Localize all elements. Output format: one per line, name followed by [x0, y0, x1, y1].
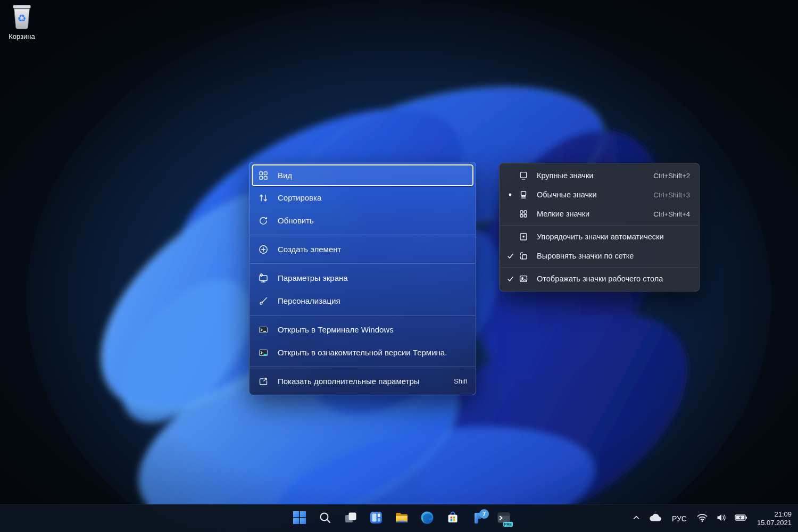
display-settings-icon — [258, 273, 269, 284]
sort-icon — [258, 193, 269, 203]
recycle-bin-desktop-icon[interactable]: ♻ Корзина — [4, 3, 39, 40]
task-view-icon — [344, 511, 358, 527]
microsoft-store-icon — [446, 511, 460, 527]
speaker-icon — [716, 513, 727, 525]
widgets-button[interactable] — [365, 508, 387, 529]
desktop-context-menu: Вид Сортировка Обновить Создать элемент … — [249, 162, 476, 395]
menu-item-label: Сортировка — [278, 193, 321, 202]
submenu-item-auto-arrange[interactable]: Упорядочить значки автоматически — [500, 227, 699, 246]
battery-button[interactable] — [733, 509, 749, 528]
submenu-item-label: Отображать значки рабочего стола — [537, 275, 663, 283]
submenu-item-medium-icons[interactable]: Обычные значки Ctrl+Shift+3 — [500, 185, 699, 204]
radio-indicator — [505, 193, 516, 197]
tray-time: 21:09 — [757, 510, 792, 519]
menu-item-open-terminal[interactable]: Открыть в Терминале Windows — [252, 318, 473, 341]
new-item-icon — [258, 244, 269, 255]
menu-item-new[interactable]: Создать элемент — [252, 238, 473, 261]
file-explorer-button[interactable] — [391, 508, 412, 529]
microsoft-store-button[interactable] — [442, 508, 463, 529]
menu-item-refresh[interactable]: Обновить — [252, 209, 473, 232]
app-with-badge-button[interactable]: 7 — [468, 508, 489, 529]
align-to-grid-icon — [518, 251, 529, 261]
volume-button[interactable] — [714, 509, 728, 528]
svg-text:♻: ♻ — [17, 12, 26, 24]
menu-separator — [250, 235, 475, 235]
taskbar: 7 PRE РУС — [0, 504, 798, 532]
windows-logo-icon — [293, 511, 306, 527]
submenu-item-shortcut: Ctrl+Shift+3 — [653, 191, 690, 199]
start-button[interactable] — [289, 508, 310, 529]
menu-item-view[interactable]: Вид — [252, 164, 473, 186]
menu-item-personalization[interactable]: Персонализация — [252, 289, 473, 312]
view-grid-icon — [258, 170, 269, 181]
search-button[interactable] — [314, 508, 336, 529]
language-indicator[interactable]: РУС — [669, 509, 690, 528]
terminal-preview-button[interactable]: PRE — [493, 508, 514, 529]
terminal-preview-icon — [258, 347, 269, 358]
search-icon — [319, 511, 331, 526]
show-desktop-icons-icon — [518, 273, 529, 284]
menu-item-shortcut: Shift+F10 — [454, 377, 467, 385]
terminal-icon — [258, 325, 269, 335]
check-icon — [505, 253, 516, 260]
menu-item-label: Создать элемент — [278, 245, 341, 254]
submenu-item-large-icons[interactable]: Крупные значки Ctrl+Shift+2 — [500, 166, 699, 185]
auto-arrange-icon — [518, 231, 529, 242]
cloud-icon — [649, 513, 662, 525]
onedrive-button[interactable] — [647, 509, 664, 528]
file-explorer-icon — [394, 510, 409, 527]
personalization-icon — [258, 296, 269, 306]
battery-charging-icon — [735, 513, 747, 524]
recycle-bin-icon: ♻ — [10, 22, 34, 31]
large-icons-icon — [518, 170, 529, 181]
menu-item-label: Обновить — [278, 216, 314, 225]
notification-badge: 7 — [479, 509, 489, 519]
menu-separator — [250, 263, 475, 264]
small-icons-icon — [518, 209, 529, 219]
wifi-button[interactable] — [695, 509, 710, 528]
system-tray: РУС 21:09 15.07.2021 — [630, 505, 798, 532]
submenu-item-label: Упорядочить значки автоматически — [537, 232, 664, 241]
menu-item-display-settings[interactable]: Параметры экрана — [252, 267, 473, 289]
edge-button[interactable] — [417, 508, 438, 529]
tray-chevron-button[interactable] — [630, 509, 642, 528]
submenu-item-show-desktop-icons[interactable]: Отображать значки рабочего стола — [500, 269, 699, 288]
clock[interactable]: 21:09 15.07.2021 — [754, 510, 792, 527]
task-view-button[interactable] — [340, 508, 361, 529]
menu-item-label: Персонализация — [278, 296, 340, 305]
check-icon — [505, 276, 516, 282]
menu-item-show-more-options[interactable]: Показать дополнительные параметры Shift+… — [252, 370, 473, 393]
menu-item-label: Показать дополнительные параметры — [278, 377, 420, 386]
chevron-up-icon — [632, 513, 641, 524]
refresh-icon — [258, 215, 269, 226]
edge-icon — [420, 511, 434, 527]
widgets-icon — [369, 511, 383, 527]
wifi-icon — [696, 513, 708, 525]
recycle-bin-label: Корзина — [4, 32, 39, 40]
submenu-separator — [500, 267, 699, 268]
menu-item-label: Открыть в Терминале Windows — [278, 325, 394, 334]
preview-tag: PRE — [503, 522, 513, 527]
submenu-item-label: Крупные значки — [537, 171, 593, 180]
submenu-separator — [500, 225, 699, 226]
menu-item-sort[interactable]: Сортировка — [252, 186, 473, 209]
submenu-item-align-to-grid[interactable]: Выровнять значки по сетке — [500, 246, 699, 265]
menu-separator — [250, 367, 475, 367]
menu-item-label: Параметры экрана — [278, 273, 348, 282]
menu-item-label: Открыть в ознакомительной версии Термина… — [278, 348, 447, 357]
submenu-item-shortcut: Ctrl+Shift+4 — [653, 210, 690, 218]
tray-date: 15.07.2021 — [757, 519, 792, 527]
menu-item-label: Вид — [278, 171, 292, 180]
show-more-options-icon — [258, 376, 269, 387]
submenu-item-small-icons[interactable]: Мелкие значки Ctrl+Shift+4 — [500, 204, 699, 223]
submenu-item-label: Мелкие значки — [537, 210, 589, 218]
menu-item-open-terminal-preview[interactable]: Открыть в ознакомительной версии Термина… — [252, 341, 473, 364]
medium-icons-icon — [518, 189, 529, 200]
view-submenu: Крупные значки Ctrl+Shift+2 Обычные знач… — [499, 163, 700, 292]
taskbar-app-icons: 7 PRE — [289, 508, 514, 529]
submenu-item-label: Выровнять значки по сетке — [537, 252, 634, 260]
submenu-item-label: Обычные значки — [537, 190, 596, 199]
menu-separator — [250, 315, 475, 315]
submenu-item-shortcut: Ctrl+Shift+2 — [653, 172, 690, 180]
